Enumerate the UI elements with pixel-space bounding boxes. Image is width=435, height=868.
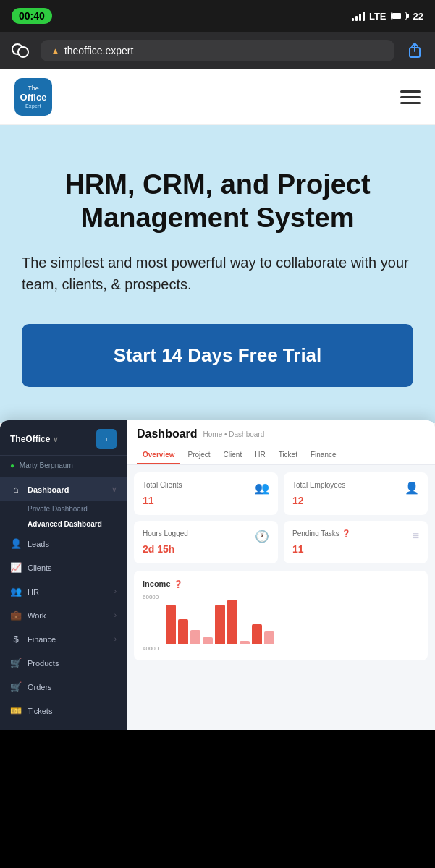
share-button[interactable] [403,39,426,62]
sidebar-item-leads[interactable]: 👤 Leads [0,532,127,556]
sidebar-logo: T [96,429,117,449]
sidebar-header: TheOffice ∨ T [0,420,127,456]
status-time: 00:40 [12,8,52,24]
products-icon: 🛒 [10,658,22,668]
dash-tabs: Overview Project Client HR Ticket Financ… [137,446,425,464]
browser-bar: ▲ theoffice.expert [0,32,435,69]
browser-tabs-icon[interactable] [9,39,32,62]
sidebar-item-clients[interactable]: 📈 Clients [0,556,127,579]
chart-bar-9 [264,631,274,644]
security-warning-icon: ▲ [51,46,60,56]
sidebar-item-dashboard[interactable]: ⌂ Dashboard ∨ [0,477,127,501]
address-bar[interactable]: ▲ theoffice.expert [41,40,394,61]
clients-card-label: Total Clients [143,481,269,489]
chart-bar-5 [215,605,225,644]
sidebar-label-products: Products [28,659,59,668]
hamburger-menu[interactable] [400,90,421,104]
logo-the: The [28,85,39,93]
sidebar-arrow-work: › [114,611,117,619]
sidebar-item-hr[interactable]: 👥 HR › [0,579,127,603]
tab-ticket[interactable]: Ticket [273,446,303,464]
battery-icon [391,12,409,20]
svg-point-1 [18,47,28,57]
hours-card-label: Hours Logged [143,529,269,537]
dashboard-sidebar: TheOffice ∨ T ● Marty Bergnaum ⌂ Dashboa… [0,420,127,730]
sidebar-item-finance[interactable]: $ Finance › [0,627,127,651]
sidebar-label-leads: Leads [28,540,49,548]
sidebar-arrow-finance: › [114,635,117,643]
card-hours-logged: 🕐 Hours Logged 2d 15h [134,521,278,563]
chart-bar-2 [178,619,188,644]
dash-title: Dashboard [137,427,198,441]
chart-bar-4 [203,637,213,644]
tab-overview[interactable]: Overview [137,446,180,464]
employees-card-label: Total Employees [292,481,419,489]
chart-bars [166,594,419,644]
sidebar-label-dashboard: Dashboard [28,485,69,494]
sidebar-item-products[interactable]: 🛒 Products [0,651,127,675]
hero-headline: HRM, CRM, and Project Management System [22,169,413,234]
chart-bar-3 [190,630,200,644]
hero-section: HRM, CRM, and Project Management System … [0,125,435,423]
card-pending-tasks: ≡ Pending Tasks ❓ 11 [284,521,428,563]
card-total-employees: 👤 Total Employees 12 [284,472,428,515]
chart-y-label-40k: 40000 [143,645,159,652]
tab-hr[interactable]: HR [249,446,271,464]
status-right: LTE 22 [352,11,423,22]
tasks-card-value: 11 [292,543,419,555]
sidebar-label-orders: Orders [28,683,52,692]
dash-header: Dashboard Home • Dashboard Overview Proj… [127,420,435,465]
cards-grid: 👥 Total Clients 11 👤 Total Employees 12 … [127,465,435,571]
sidebar-sub-advanced[interactable]: Advanced Dashboard [0,516,127,532]
tab-client[interactable]: Client [218,446,248,464]
cta-button[interactable]: Start 14 Days Free Trial [22,324,413,387]
employees-card-value: 12 [292,495,419,506]
income-title: Income ❓ [143,579,419,588]
sidebar-brand-name: TheOffice [10,434,50,444]
hero-subtext: The simplest and most powerful way to co… [22,252,413,295]
finance-icon: $ [10,634,22,644]
card-total-clients: 👥 Total Clients 11 [134,472,278,515]
sidebar-label-tickets: Tickets [28,707,52,715]
sidebar-brand: TheOffice ∨ [10,434,58,444]
site-logo: The Office Expert [14,78,52,116]
sidebar-user: ● Marty Bergnaum [0,456,127,477]
sidebar-item-tickets[interactable]: 🎫 Tickets [0,699,127,723]
sidebar-label-clients: Clients [28,563,52,572]
sidebar-label-work: Work [28,611,46,620]
hours-card-value: 2d 15h [143,543,269,555]
income-help-icon: ❓ [174,580,182,588]
dashboard-preview: TheOffice ∨ T ● Marty Bergnaum ⌂ Dashboa… [0,420,435,730]
logo-expert: Expert [25,103,41,109]
sidebar-brand-chevron: ∨ [53,435,58,443]
sidebar-item-orders[interactable]: 🛒 Orders [0,675,127,699]
hours-card-icon: 🕐 [255,529,269,543]
sidebar-item-work[interactable]: 💼 Work › [0,603,127,627]
work-icon: 💼 [10,610,22,621]
website-content: The Office Expert HRM, CRM, and Project … [0,69,435,730]
sidebar-label-finance: Finance [28,635,56,644]
employees-card-icon: 👤 [405,481,419,495]
signal-icon [352,11,365,21]
sidebar-sub-private[interactable]: Private Dashboard [0,501,127,516]
site-nav: The Office Expert [0,69,435,125]
logo-office: Office [20,92,47,103]
sidebar-arrow-dashboard: ∨ [111,485,117,493]
chart-bar-6 [227,600,237,644]
clients-icon: 📈 [10,562,22,573]
chart-bar-7 [240,641,250,644]
dash-title-row: Dashboard Home • Dashboard [137,427,425,441]
leads-icon: 👤 [10,538,22,549]
status-bar: 00:40 LTE 22 [0,0,435,32]
breadcrumb: Home • Dashboard [203,430,265,438]
sidebar-label-hr: HR [28,587,39,596]
chart-y-label-60k: 60000 [143,594,159,600]
url-text: theoffice.expert [64,45,133,56]
tab-finance[interactable]: Finance [305,446,342,464]
sidebar-arrow-hr: › [114,587,117,595]
chart-bar-8 [252,624,262,644]
sidebar-username: Marty Bergnaum [20,461,73,469]
chart-y-labels: 60000 40000 [143,594,159,652]
tab-project[interactable]: Project [182,446,216,464]
battery-level: 22 [413,11,423,22]
